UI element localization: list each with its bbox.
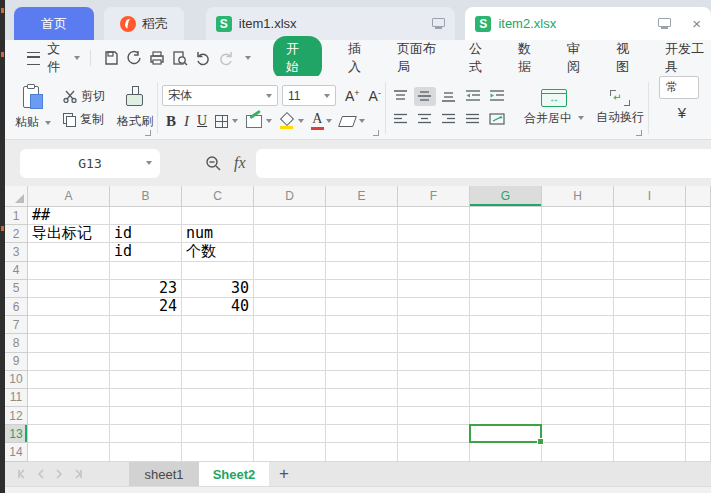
cell-I6[interactable] [614,298,686,316]
cell-H2[interactable] [542,225,614,243]
cell-C2[interactable]: num [182,225,254,243]
menu-tab-developer[interactable]: 开发工具 [665,40,711,76]
sheet-tab-sheet1[interactable]: sheet1 [129,462,199,486]
number-format-select[interactable]: 常 [659,76,699,99]
cell-C5[interactable]: 30 [182,280,254,298]
cell-B5[interactable]: 23 [110,280,182,298]
align-center-button[interactable] [414,110,436,129]
copy-button[interactable]: 复制 [63,111,104,127]
cell-D12[interactable] [254,407,326,425]
cell-I11[interactable] [614,389,686,407]
cell-A2[interactable]: 导出标记 [28,225,110,243]
tab-item1[interactable]: S item1.xlsx [206,7,456,40]
cell-C1[interactable] [182,207,254,225]
fill-color-button[interactable] [280,114,304,129]
cut-button[interactable]: 剪切 [63,88,105,104]
cell-C4[interactable] [182,262,254,280]
cell-C11[interactable] [182,389,254,407]
paste-button[interactable]: 粘贴 [15,84,51,131]
menu-tab-home[interactable]: 开始 [273,36,322,80]
add-sheet-button[interactable]: + [269,462,299,486]
cell-A1[interactable]: ## [28,207,110,225]
increase-indent-button[interactable] [486,87,508,106]
cell-H5[interactable] [542,280,614,298]
cell-A7[interactable] [28,316,110,334]
cell-C10[interactable] [182,371,254,389]
cell-A9[interactable] [28,353,110,371]
column-header-F[interactable]: F [398,186,470,207]
row-header-2[interactable]: 2 [5,225,28,243]
align-left-button[interactable] [390,110,412,129]
cell-C12[interactable] [182,407,254,425]
align-right-button[interactable] [438,110,460,129]
cell-F11[interactable] [398,389,470,407]
menu-tab-formulas[interactable]: 公式 [469,40,492,76]
cell-I3[interactable] [614,243,686,261]
menu-tab-data[interactable]: 数据 [518,40,541,76]
cell-E2[interactable] [326,225,398,243]
cell-G12[interactable] [470,407,542,425]
cell-G10[interactable] [470,371,542,389]
cell-I14[interactable] [614,443,686,461]
cell-D11[interactable] [254,389,326,407]
row-header-1[interactable]: 1 [5,207,28,225]
cell-F2[interactable] [398,225,470,243]
cell-B1[interactable] [110,207,182,225]
cell-H12[interactable] [542,407,614,425]
cell-A10[interactable] [28,371,110,389]
cell-H1[interactable] [542,207,614,225]
tab-home[interactable]: 首页 [14,7,94,40]
menu-tab-review[interactable]: 审阅 [567,40,590,76]
cell-A12[interactable] [28,407,110,425]
cell-H13[interactable] [542,425,614,443]
merge-center-button[interactable]: 合并居中 [524,89,584,127]
cell-C8[interactable] [182,334,254,352]
cell-E6[interactable] [326,298,398,316]
align-middle-button[interactable] [414,87,436,106]
cell-I10[interactable] [614,371,686,389]
cell-E14[interactable] [326,443,398,461]
name-box[interactable]: G13 [20,149,160,178]
borders-button[interactable] [215,115,238,128]
cell-B6[interactable]: 24 [110,298,182,316]
justify-button[interactable] [462,110,484,129]
cell-C14[interactable] [182,443,254,461]
cell-I2[interactable] [614,225,686,243]
cell-A3[interactable] [28,243,110,261]
print-preview-button[interactable] [168,46,191,70]
cell-D4[interactable] [254,262,326,280]
italic-button[interactable]: I [184,113,189,130]
tab-docer[interactable]: 稻壳 [104,7,184,40]
dialog-launcher-icon[interactable] [373,130,379,136]
cell-B7[interactable] [110,316,182,334]
cell-F1[interactable] [398,207,470,225]
save-button[interactable] [99,46,122,70]
cell-D5[interactable] [254,280,326,298]
row-header-12[interactable]: 12 [5,407,28,425]
cell-H7[interactable] [542,316,614,334]
cell-D6[interactable] [254,298,326,316]
cell-E4[interactable] [326,262,398,280]
last-sheet-icon[interactable] [73,469,83,479]
cell-D9[interactable] [254,353,326,371]
cell-H6[interactable] [542,298,614,316]
cell-D2[interactable] [254,225,326,243]
row-header-6[interactable]: 6 [5,298,28,316]
menu-tab-view[interactable]: 视图 [616,40,639,76]
cell-C13[interactable] [182,425,254,443]
column-header-I[interactable]: I [614,186,686,207]
align-top-button[interactable] [390,87,412,106]
cell-B4[interactable] [110,262,182,280]
cell-B2[interactable]: id [110,225,182,243]
increase-font-button[interactable]: A+ [345,88,360,104]
cell-G11[interactable] [470,389,542,407]
cell-G8[interactable] [470,334,542,352]
wrap-text-button[interactable]: ↵ 自动换行 [596,90,644,126]
decrease-indent-button[interactable] [462,87,484,106]
cell-I12[interactable] [614,407,686,425]
column-header-B[interactable]: B [110,186,182,207]
cell-B12[interactable] [110,407,182,425]
column-header-D[interactable]: D [254,186,326,207]
cell-A8[interactable] [28,334,110,352]
cell-D7[interactable] [254,316,326,334]
